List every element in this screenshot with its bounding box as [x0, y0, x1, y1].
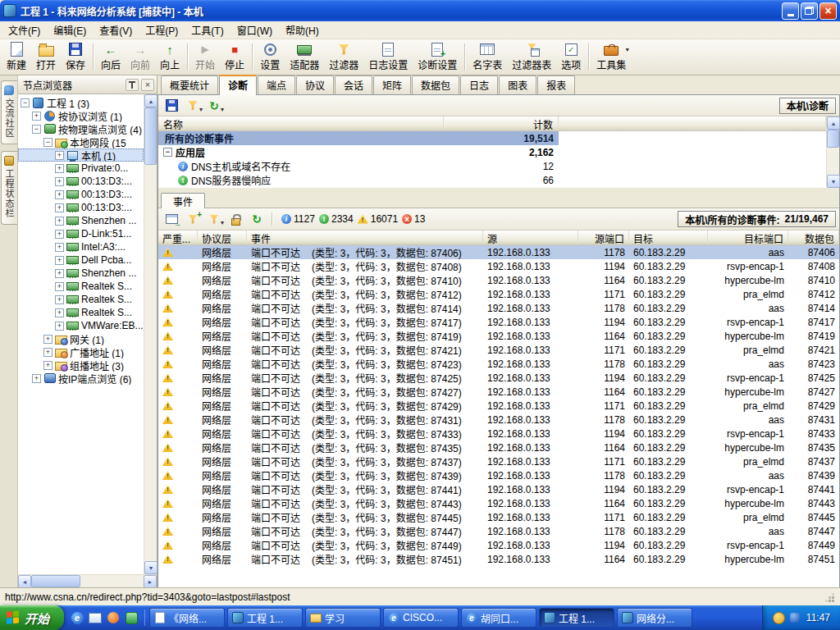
- menu-item[interactable]: 窗口(W): [231, 21, 279, 39]
- tree-item[interactable]: +00:13:D3:...: [18, 188, 144, 201]
- tree-item[interactable]: +00:13:D3:...: [18, 175, 144, 188]
- event-row[interactable]: 网络层端口不可达(类型: 3，代码: 3，数据包: 87441)192.168.…: [158, 482, 839, 496]
- scroll-left-button[interactable]: ◄: [18, 575, 31, 588]
- messenger-icon[interactable]: [123, 609, 139, 626]
- taskbar-task[interactable]: 工程 1...: [227, 608, 303, 628]
- diagnosis-settings-button[interactable]: 诊断设置: [413, 40, 462, 74]
- expander-icon[interactable]: +: [55, 203, 64, 212]
- menu-item[interactable]: 工程(P): [139, 21, 185, 39]
- event-row[interactable]: 网络层端口不可达(类型: 3，代码: 3，数据包: 87408)192.168.…: [158, 259, 839, 273]
- tree-item[interactable]: −按物理端点浏览 (4): [18, 122, 144, 135]
- column-header[interactable]: 名称: [158, 116, 444, 130]
- column-header[interactable]: 事件: [247, 231, 483, 244]
- ie-icon[interactable]: [69, 609, 85, 626]
- open-button[interactable]: 打开: [31, 40, 61, 74]
- scroll-thumb[interactable]: [827, 130, 839, 148]
- event-row[interactable]: 网络层端口不可达(类型: 3，代码: 3，数据包: 87417)192.168.…: [158, 315, 839, 329]
- tree-item[interactable]: +D-Link:51...: [18, 227, 144, 240]
- scroll-thumb[interactable]: [144, 107, 157, 165]
- expander-icon[interactable]: +: [55, 308, 64, 317]
- event-row[interactable]: 网络层端口不可达(类型: 3，代码: 3，数据包: 87449)192.168.…: [158, 538, 839, 552]
- event-row[interactable]: 网络层端口不可达(类型: 3，代码: 3，数据包: 87435)192.168.…: [158, 441, 839, 454]
- main-tab[interactable]: 数据包: [412, 75, 459, 94]
- im-tray-icon[interactable]: [773, 612, 785, 624]
- minimize-button[interactable]: [782, 2, 799, 20]
- expander-icon[interactable]: +: [55, 256, 64, 265]
- tab-events[interactable]: 事件: [161, 193, 205, 208]
- log-settings-button[interactable]: 日志设置: [363, 40, 413, 74]
- refresh-dropdown-button[interactable]: [204, 98, 224, 114]
- expander-icon[interactable]: −: [21, 98, 30, 107]
- menu-item[interactable]: 查看(V): [93, 21, 139, 39]
- event-row[interactable]: 网络层端口不可达(类型: 3，代码: 3，数据包: 87437)192.168.…: [158, 454, 839, 468]
- expander-icon[interactable]: +: [43, 335, 52, 344]
- tree-item[interactable]: +组播地址 (3): [18, 358, 144, 372]
- event-row[interactable]: 网络层端口不可达(类型: 3，代码: 3，数据包: 87427)192.168.…: [158, 385, 839, 399]
- event-row[interactable]: 网络层端口不可达(类型: 3，代码: 3，数据包: 87433)192.168.…: [158, 427, 839, 441]
- resize-grip[interactable]: [824, 591, 835, 603]
- taskbar-task[interactable]: 工程 1...: [539, 608, 614, 628]
- tree-item[interactable]: +Shenzhen ...: [18, 214, 144, 227]
- scroll-up-button[interactable]: ▲: [827, 116, 840, 130]
- export-button[interactable]: [162, 211, 181, 227]
- media-player-icon[interactable]: [105, 609, 121, 626]
- event-row[interactable]: 网络层端口不可达(类型: 3，代码: 3，数据包: 87445)192.168.…: [158, 510, 839, 524]
- new-button[interactable]: 新建: [2, 40, 31, 74]
- expander-icon[interactable]: +: [55, 269, 64, 278]
- column-header[interactable]: 计数: [444, 116, 559, 130]
- tree-item[interactable]: +00:13:D3:...: [18, 201, 144, 214]
- main-tab[interactable]: 图表: [499, 75, 536, 94]
- titlebar[interactable]: 工程 1 - 科来网络分析系统 [捕获中] - 本机 ×: [0, 0, 840, 21]
- scroll-track[interactable]: [144, 165, 157, 561]
- column-header[interactable]: 严重...: [158, 231, 198, 244]
- vertical-tab-project-status[interactable]: 工程状态栏: [1, 151, 17, 225]
- save-button[interactable]: 保存: [61, 40, 90, 74]
- tree-item[interactable]: +VMWare:EB...: [18, 319, 144, 332]
- column-header[interactable]: 源: [483, 231, 578, 244]
- tree-item[interactable]: +广播地址 (1): [18, 345, 144, 358]
- event-row[interactable]: 网络层端口不可达(类型: 3，代码: 3，数据包: 87451)192.168.…: [158, 552, 839, 566]
- expander-icon[interactable]: −: [43, 138, 52, 147]
- event-row[interactable]: 网络层端口不可达(类型: 3，代码: 3，数据包: 87410)192.168.…: [158, 273, 839, 287]
- back-button[interactable]: 向后: [96, 40, 126, 74]
- expander-icon[interactable]: +: [55, 151, 64, 160]
- filter-add-button[interactable]: [183, 211, 203, 227]
- main-tab[interactable]: 日志: [460, 75, 498, 94]
- summary-row[interactable]: 应用层2,162: [158, 145, 826, 159]
- main-tab[interactable]: 矩阵: [373, 75, 411, 94]
- volume-tray-icon[interactable]: [789, 612, 801, 624]
- column-header[interactable]: 协议层: [198, 231, 247, 244]
- expander-icon[interactable]: +: [55, 243, 64, 252]
- event-row[interactable]: 网络层端口不可达(类型: 3，代码: 3，数据包: 87429)192.168.…: [158, 399, 839, 413]
- expander-icon[interactable]: +: [32, 112, 41, 121]
- summary-row[interactable]: 所有的诊断事件19,514: [158, 131, 826, 145]
- tree-item[interactable]: +Shenzhen ...: [18, 267, 144, 280]
- tree-item[interactable]: +Intel:A3:...: [18, 240, 144, 253]
- event-row[interactable]: 网络层端口不可达(类型: 3，代码: 3，数据包: 87423)192.168.…: [158, 357, 839, 371]
- main-tab[interactable]: 概要统计: [161, 75, 218, 94]
- expander-icon[interactable]: +: [43, 348, 52, 357]
- tree-item[interactable]: +Realtek S...: [18, 293, 144, 306]
- scroll-track[interactable]: [827, 148, 839, 175]
- expander-icon[interactable]: +: [55, 295, 64, 304]
- tree-item[interactable]: +Private:0...: [18, 162, 144, 175]
- menu-item[interactable]: 帮助(H): [279, 21, 326, 39]
- tree-item[interactable]: +网关 (1): [18, 332, 144, 345]
- show-desktop-icon[interactable]: [87, 609, 103, 626]
- menu-item[interactable]: 文件(F): [2, 21, 47, 39]
- tree-item[interactable]: +Realtek S...: [18, 280, 144, 293]
- tree-item[interactable]: +本机 (1): [18, 148, 144, 162]
- event-row[interactable]: 网络层端口不可达(类型: 3，代码: 3，数据包: 87419)192.168.…: [158, 329, 839, 343]
- menu-item[interactable]: 编辑(E): [47, 21, 93, 39]
- taskbar-task[interactable]: 《网络...: [149, 608, 225, 628]
- collapse-box-icon[interactable]: [163, 148, 172, 157]
- pin-button[interactable]: [126, 79, 139, 91]
- taskbar-task[interactable]: 网络分...: [617, 608, 692, 628]
- menu-item[interactable]: 工具(T): [185, 21, 230, 39]
- main-tab[interactable]: 协议: [296, 75, 334, 94]
- main-tab[interactable]: 诊断: [219, 75, 257, 95]
- column-header[interactable]: 数据包: [788, 231, 839, 244]
- panel-close-button[interactable]: ×: [141, 79, 154, 91]
- main-tab[interactable]: 端点: [258, 75, 295, 94]
- stop-button[interactable]: 停止: [220, 40, 249, 74]
